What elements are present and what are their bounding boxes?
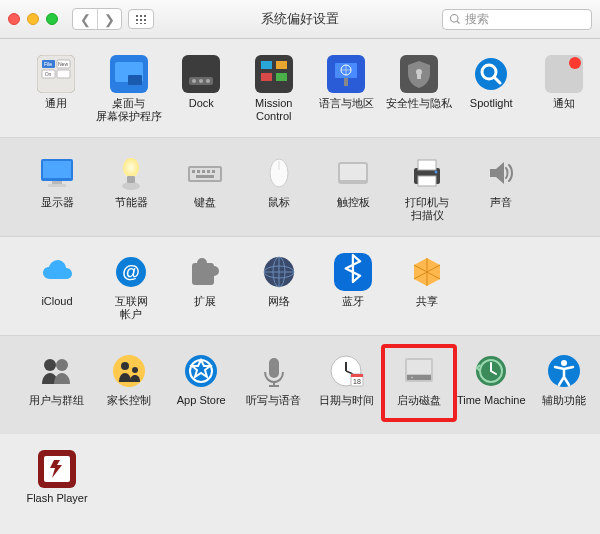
pref-label: Flash Player bbox=[26, 492, 87, 518]
dock-icon bbox=[182, 55, 220, 93]
pref-accessibility[interactable]: 辅助功能 bbox=[528, 346, 601, 420]
pref-label: Spotlight bbox=[470, 97, 513, 123]
sharing-icon bbox=[408, 253, 446, 291]
icloud-icon bbox=[38, 253, 76, 291]
pref-label: 安全性与隐私 bbox=[386, 97, 452, 123]
energy-icon bbox=[112, 154, 150, 192]
pref-sound[interactable]: 声音 bbox=[464, 148, 538, 222]
displays-icon bbox=[38, 154, 76, 192]
timemachine-icon bbox=[472, 352, 510, 390]
startup-icon bbox=[400, 352, 438, 390]
pref-desktop[interactable]: 桌面与屏幕保护程序 bbox=[93, 49, 166, 123]
pref-printers[interactable]: 打印机与扫描仪 bbox=[390, 148, 464, 222]
internet-icon bbox=[112, 253, 150, 291]
printers-icon bbox=[408, 154, 446, 192]
sound-icon bbox=[482, 154, 520, 192]
pref-security[interactable]: 安全性与隐私 bbox=[383, 49, 456, 123]
pref-label: 家长控制 bbox=[107, 394, 151, 420]
search-placeholder: 搜索 bbox=[465, 11, 489, 28]
datetime-icon bbox=[327, 352, 365, 390]
pref-label: 鼠标 bbox=[268, 196, 290, 222]
pref-mission[interactable]: MissionControl bbox=[238, 49, 311, 123]
network-icon bbox=[260, 253, 298, 291]
pref-label: 启动磁盘 bbox=[397, 394, 441, 420]
pref-energy[interactable]: 节能器 bbox=[94, 148, 168, 222]
pref-users[interactable]: 用户与群组 bbox=[20, 346, 93, 420]
pref-label: iCloud bbox=[41, 295, 72, 321]
pref-section: 通用桌面与屏幕保护程序DockMissionControl语言与地区安全性与隐私… bbox=[0, 39, 600, 137]
pref-label: MissionControl bbox=[255, 97, 292, 123]
pref-label: 听写与语音 bbox=[246, 394, 301, 420]
pref-label: Dock bbox=[189, 97, 214, 123]
minimize-button[interactable] bbox=[27, 13, 39, 25]
pref-bluetooth[interactable]: 蓝牙 bbox=[316, 247, 390, 321]
back-button[interactable]: ❮ bbox=[73, 9, 97, 29]
pref-timemachine[interactable]: Time Machine bbox=[455, 346, 528, 420]
pref-label: 触控板 bbox=[337, 196, 370, 222]
security-icon bbox=[400, 55, 438, 93]
pref-language[interactable]: 语言与地区 bbox=[310, 49, 383, 123]
pref-dictation[interactable]: 听写与语音 bbox=[238, 346, 311, 420]
pref-parental[interactable]: 家长控制 bbox=[93, 346, 166, 420]
pref-datetime[interactable]: 日期与时间 bbox=[310, 346, 383, 420]
pref-network[interactable]: 网络 bbox=[242, 247, 316, 321]
extensions-icon bbox=[186, 253, 224, 291]
desktop-icon bbox=[110, 55, 148, 93]
pref-label: 共享 bbox=[416, 295, 438, 321]
search-field[interactable]: 搜索 bbox=[442, 9, 592, 30]
pref-label: 扩展 bbox=[194, 295, 216, 321]
pref-label: 显示器 bbox=[41, 196, 74, 222]
show-all-button[interactable] bbox=[128, 9, 154, 29]
trackpad-icon bbox=[334, 154, 372, 192]
appstore-icon bbox=[182, 352, 220, 390]
svg-line-92 bbox=[457, 21, 459, 23]
third-party-section: Flash Player bbox=[0, 434, 600, 532]
pref-startup[interactable]: 启动磁盘 bbox=[383, 346, 456, 420]
pref-mouse[interactable]: 鼠标 bbox=[242, 148, 316, 222]
pref-displays[interactable]: 显示器 bbox=[20, 148, 94, 222]
pref-label: 用户与群组 bbox=[29, 394, 84, 420]
mouse-icon bbox=[260, 154, 298, 192]
accessibility-icon bbox=[545, 352, 583, 390]
pref-flash[interactable]: Flash Player bbox=[20, 444, 94, 518]
pref-dock[interactable]: Dock bbox=[165, 49, 238, 123]
users-icon bbox=[37, 352, 75, 390]
pref-sharing[interactable]: 共享 bbox=[390, 247, 464, 321]
bluetooth-icon bbox=[334, 253, 372, 291]
pref-label: 桌面与屏幕保护程序 bbox=[96, 97, 162, 123]
zoom-button[interactable] bbox=[46, 13, 58, 25]
spotlight-icon bbox=[472, 55, 510, 93]
search-icon bbox=[449, 13, 461, 25]
window-controls bbox=[8, 13, 58, 25]
close-button[interactable] bbox=[8, 13, 20, 25]
pref-label: 通用 bbox=[45, 97, 67, 123]
svg-point-91 bbox=[451, 15, 459, 23]
pref-trackpad[interactable]: 触控板 bbox=[316, 148, 390, 222]
pref-keyboard[interactable]: 键盘 bbox=[168, 148, 242, 222]
pref-notifications[interactable]: 通知 bbox=[528, 49, 601, 123]
pref-extensions[interactable]: 扩展 bbox=[168, 247, 242, 321]
pref-icloud[interactable]: iCloud bbox=[20, 247, 94, 321]
nav-buttons: ❮ ❯ bbox=[72, 8, 122, 30]
pref-label: 语言与地区 bbox=[319, 97, 374, 123]
pref-label: Time Machine bbox=[457, 394, 526, 420]
pref-label: 节能器 bbox=[115, 196, 148, 222]
pref-spotlight[interactable]: Spotlight bbox=[455, 49, 528, 123]
pref-label: 日期与时间 bbox=[319, 394, 374, 420]
pref-appstore[interactable]: App Store bbox=[165, 346, 238, 420]
pref-label: 声音 bbox=[490, 196, 512, 222]
pref-section: 用户与群组家长控制App Store听写与语音日期与时间启动磁盘Time Mac… bbox=[0, 335, 600, 434]
pref-label: 蓝牙 bbox=[342, 295, 364, 321]
titlebar: ❮ ❯ 系统偏好设置 搜索 bbox=[0, 0, 600, 39]
pref-label: App Store bbox=[177, 394, 226, 420]
pref-label: 辅助功能 bbox=[542, 394, 586, 420]
forward-button[interactable]: ❯ bbox=[97, 9, 121, 29]
pref-label: 通知 bbox=[553, 97, 575, 123]
pref-general[interactable]: 通用 bbox=[20, 49, 93, 123]
pref-label: 网络 bbox=[268, 295, 290, 321]
language-icon bbox=[327, 55, 365, 93]
flash-icon bbox=[38, 450, 76, 488]
parental-icon bbox=[110, 352, 148, 390]
pref-internet[interactable]: 互联网帐户 bbox=[94, 247, 168, 321]
notifications-icon bbox=[545, 55, 583, 93]
